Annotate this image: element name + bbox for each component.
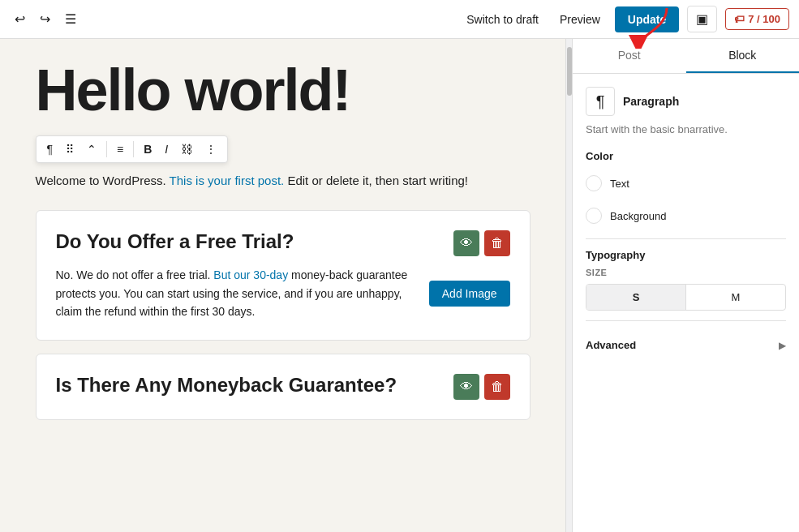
toolbar-divider-2: [133, 141, 134, 157]
update-button[interactable]: Update: [615, 6, 679, 32]
link-button[interactable]: ⛓: [175, 139, 198, 159]
typography-section-label: Typography: [586, 249, 786, 261]
faq-eye-button-1[interactable]: 👁: [453, 230, 479, 256]
advanced-label: Advanced: [586, 339, 636, 351]
faq-eye-button-2[interactable]: 👁: [453, 374, 479, 400]
bold-button[interactable]: B: [138, 139, 157, 159]
preview-button[interactable]: Preview: [553, 8, 607, 31]
switch-draft-button[interactable]: Switch to draft: [460, 8, 545, 31]
post-title[interactable]: Hello world!: [36, 58, 531, 122]
italic-button[interactable]: I: [159, 139, 174, 159]
faq-text-1-highlight: But our 30-day: [213, 268, 288, 281]
text-color-circle: [586, 175, 602, 191]
topbar: ↩ ↪ ☰ Switch to draft Preview Update ▣ 🏷…: [0, 0, 799, 39]
text-color-option[interactable]: Text: [586, 170, 786, 196]
block-desc-1: Start with the basic b: [586, 123, 684, 135]
faq-card-2-actions: 👁 🗑: [453, 374, 510, 400]
main-layout: Hello world! ¶ ⠿ ⌃ ≡ B I ⛓ ⋮ Welcome to …: [0, 39, 799, 532]
divider-1: [586, 238, 786, 239]
trash-icon: 🗑: [491, 236, 504, 251]
size-btn-m[interactable]: M: [686, 285, 785, 310]
redo-button[interactable]: ↪: [35, 6, 55, 32]
faq-delete-button-1[interactable]: 🗑: [484, 230, 510, 256]
drag-handle-button[interactable]: ⠿: [60, 139, 79, 159]
block-type-icon: ¶: [586, 87, 615, 116]
faq-card-2-header: Is There Any Moneyback Guarantee? 👁 🗑: [56, 374, 510, 400]
faq-card-2: Is There Any Moneyback Guarantee? 👁 🗑: [36, 354, 531, 420]
topbar-left: ↩ ↪ ☰: [10, 6, 81, 32]
faq-delete-button-2[interactable]: 🗑: [484, 374, 510, 400]
text-color-label: Text: [610, 178, 629, 190]
editor-content: Hello world! ¶ ⠿ ⌃ ≡ B I ⛓ ⋮ Welcome to …: [19, 58, 547, 420]
size-label: SIZE: [586, 268, 786, 277]
tab-post[interactable]: Post: [573, 39, 686, 73]
block-desc-2: narrative.: [684, 123, 728, 135]
move-button[interactable]: ⌃: [81, 139, 102, 159]
paragraph-type-button[interactable]: ¶: [41, 139, 59, 159]
undo-button[interactable]: ↩: [10, 6, 30, 32]
faq-title-2[interactable]: Is There Any Moneyback Guarantee?: [56, 374, 453, 397]
align-button[interactable]: ≡: [111, 139, 129, 159]
block-info-row: ¶ Paragraph: [586, 87, 786, 116]
divider-2: [586, 320, 786, 321]
size-btn-s[interactable]: S: [586, 285, 686, 310]
revisions-icon: 🏷: [734, 13, 745, 25]
more-options-button[interactable]: ⋮: [200, 139, 222, 159]
topbar-right: Switch to draft Preview Update ▣ 🏷 7 / 1…: [460, 6, 789, 32]
revisions-label: 7 / 100: [748, 13, 780, 25]
body-text[interactable]: Welcome to WordPress. This is your first…: [36, 171, 531, 191]
settings-button[interactable]: ▣: [687, 6, 717, 32]
faq-title-1[interactable]: Do You Offer a Free Trial?: [56, 230, 453, 253]
faq-text-1[interactable]: No. We do not offer a free trial. But ou…: [56, 266, 419, 320]
faq-card-1: Do You Offer a Free Trial? 👁 🗑 No. We do…: [36, 210, 531, 341]
eye-icon: 👁: [460, 236, 473, 251]
body-text-highlight: This is your first post.: [170, 174, 285, 187]
tab-block[interactable]: Block: [686, 39, 800, 73]
size-buttons: S M: [586, 284, 786, 311]
sidebar-content: ¶ Paragraph Start with the basic bnarrat…: [573, 74, 799, 532]
faq-card-1-body: No. We do not offer a free trial. But ou…: [56, 266, 510, 320]
body-text-end: Edit or delete it, then start writing!: [284, 174, 468, 187]
advanced-chevron-icon: ▶: [779, 340, 786, 351]
body-text-plain: Welcome to WordPress.: [36, 174, 170, 187]
advanced-section[interactable]: Advanced ▶: [586, 331, 786, 359]
sidebar: Post Block ¶ Paragraph Start with the ba…: [572, 39, 799, 532]
background-color-circle: [586, 208, 602, 224]
add-image-button[interactable]: Add Image: [429, 281, 510, 307]
scrollbar-thumb[interactable]: [567, 47, 572, 96]
faq-text-1-plain: No. We do not offer a free trial.: [56, 268, 214, 281]
block-toolbar: ¶ ⠿ ⌃ ≡ B I ⛓ ⋮: [36, 135, 229, 163]
faq-card-1-actions: 👁 🗑: [453, 230, 510, 256]
block-name-label: Paragraph: [623, 95, 679, 108]
revisions-badge[interactable]: 🏷 7 / 100: [725, 8, 789, 30]
background-color-option[interactable]: Background: [586, 203, 786, 229]
list-view-button[interactable]: ☰: [60, 6, 81, 32]
eye-icon-2: 👁: [460, 380, 473, 394]
editor-scrollbar[interactable]: [565, 39, 572, 532]
block-description: Start with the basic bnarrative.: [586, 122, 786, 137]
faq-card-1-header: Do You Offer a Free Trial? 👁 🗑: [56, 230, 510, 256]
background-color-label: Background: [610, 210, 666, 222]
editor-area[interactable]: Hello world! ¶ ⠿ ⌃ ≡ B I ⛓ ⋮ Welcome to …: [0, 39, 565, 532]
color-section-label: Color: [586, 150, 786, 162]
trash-icon-2: 🗑: [491, 380, 504, 394]
toolbar-divider-1: [106, 141, 107, 157]
sidebar-tabs: Post Block: [573, 39, 799, 74]
